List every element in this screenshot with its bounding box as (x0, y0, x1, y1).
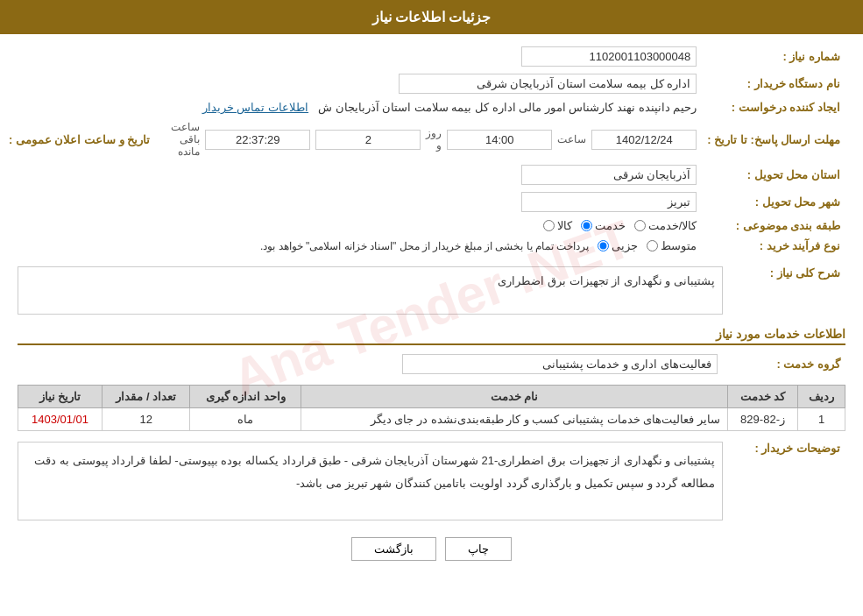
city-label: شهر محل تحویل : (702, 188, 845, 216)
category-goods-label: کالا (557, 219, 572, 232)
creator-link[interactable]: اطلاعات تماس خریدار (202, 101, 308, 114)
service-info-title: اطلاعات خدمات مورد نیاز (18, 327, 845, 345)
service-group-value: فعالیت‌های اداری و خدمات پشتیبانی (18, 350, 723, 378)
province-value: آذربایجان شرقی (0, 161, 702, 188)
cell-name: سایر فعالیت‌های خدمات پشتیبانی کسب و کار… (301, 408, 728, 431)
need-desc-box-container: پشتیبانی و نگهداری از تجهیزات برق اضطرار… (18, 263, 723, 318)
need-number-input: 1102001103000048 (521, 46, 697, 67)
category-service-item: خدمت (581, 219, 626, 232)
announce-date-value: 1402/12/21 - 13:44 (0, 117, 4, 161)
main-content: Ana Tender .NET شماره نیاز : 11020011030… (0, 34, 863, 583)
col-row: ردیف (798, 386, 845, 408)
table-header-row: ردیف کد خدمت نام خدمت واحد اندازه گیری ت… (18, 386, 845, 408)
cell-row: 1 (798, 408, 845, 431)
response-deadline-label: مهلت ارسال پاسخ: تا تاریخ : (702, 117, 845, 161)
category-row: کالا/خدمت خدمت کالا (0, 216, 702, 236)
purchase-partial-radio[interactable] (598, 240, 609, 251)
col-code: کد خدمت (727, 386, 797, 408)
buyer-desc-box-container: پشتیبانی و نگهداری از تجهیزات برق اضطرار… (18, 438, 723, 524)
response-time-label: ساعت (557, 133, 586, 145)
purchase-partial-label: جزیی (612, 239, 638, 252)
need-desc-box: پشتیبانی و نگهداری از تجهیزات برق اضطرار… (18, 266, 723, 315)
purchase-medium-label: متوسط (661, 239, 697, 252)
cell-unit: ماه (190, 408, 301, 431)
creator-value: رحیم دانپنده نهند کارشناس امور مالی ادار… (318, 101, 697, 114)
category-goods-service-item: کالا/خدمت (634, 219, 697, 232)
buyer-org-input: اداره کل بیمه سلامت استان آذربایجان شرقی (399, 74, 697, 94)
city-input: تبریز (521, 192, 697, 212)
category-goods-service-radio[interactable] (634, 220, 646, 231)
cell-date: 1403/01/01 (18, 408, 103, 431)
category-goods-item: کالا (543, 219, 572, 232)
category-service-radio[interactable] (581, 220, 592, 231)
cell-qty: 12 (103, 408, 190, 431)
creator-row: رحیم دانپنده نهند کارشناس امور مالی ادار… (0, 97, 702, 117)
category-goods-radio[interactable] (543, 220, 555, 231)
category-goods-service-label: کالا/خدمت (648, 219, 697, 232)
page-header: جزئیات اطلاعات نیاز (0, 0, 863, 34)
back-button[interactable]: بازگشت (351, 537, 436, 561)
need-number-label: شماره نیاز : (702, 43, 845, 70)
col-name: نام خدمت (301, 386, 728, 408)
category-label: طبقه بندی موضوعی : (702, 216, 845, 236)
cell-code: ز-82-829 (727, 408, 797, 431)
response-date-input: 1402/12/24 (591, 130, 697, 150)
province-label: استان محل تحویل : (702, 161, 845, 188)
service-table: ردیف کد خدمت نام خدمت واحد اندازه گیری ت… (18, 385, 845, 431)
buyer-org-label: نام دستگاه خریدار : (702, 70, 845, 97)
purchase-type-row: متوسط جزیی پرداخت تمام یا بخشی از مبلغ خ… (0, 236, 702, 256)
announce-date-label: تاریخ و ساعت اعلان عمومی : (4, 117, 155, 161)
province-input: آذربایجان شرقی (521, 165, 697, 185)
page-title: جزئیات اطلاعات نیاز (372, 10, 492, 25)
buyer-desc-section: توضیحات خریدار : پشتیبانی و نگهداری از ت… (18, 438, 845, 524)
creator-label: ایجاد کننده درخواست : (702, 97, 845, 117)
service-group-table: گروه خدمت : فعالیت‌های اداری و خدمات پشت… (18, 350, 845, 378)
buyer-org-value: اداره کل بیمه سلامت استان آذربایجان شرقی (0, 70, 702, 97)
need-desc-label: شرح کلی نیاز : (723, 263, 845, 283)
purchase-partial-item: جزیی (598, 239, 638, 252)
page-container: جزئیات اطلاعات نیاز Ana Tender .NET شمار… (0, 0, 863, 616)
response-day-input: 2 (315, 130, 421, 150)
col-qty: تعداد / مقدار (103, 386, 190, 408)
buyer-desc-label: توضیحات خریدار : (723, 438, 845, 458)
print-button[interactable]: چاپ (445, 537, 512, 561)
button-row: چاپ بازگشت (18, 537, 845, 561)
need-number-value: 1102001103000048 (166, 43, 702, 70)
service-group-label: گروه خدمت : (723, 350, 845, 378)
response-countdown-input: 22:37:29 (205, 130, 310, 150)
service-group-input: فعالیت‌های اداری و خدمات پشتیبانی (402, 354, 718, 374)
purchase-medium-item: متوسط (647, 239, 697, 252)
category-service-label: خدمت (595, 219, 626, 232)
response-date-row: 1402/12/24 ساعت 14:00 روز و 2 22:37:29 س… (166, 117, 702, 161)
purchase-type-desc: پرداخت تمام یا بخشی از مبلغ خریدار از مح… (260, 240, 589, 252)
buyer-desc-box: پشتیبانی و نگهداری از تجهیزات برق اضطرار… (18, 442, 723, 520)
city-value: تبریز (0, 188, 702, 216)
countdown-label: ساعت باقی مانده (171, 121, 200, 158)
response-day-label: روز و (426, 127, 442, 152)
col-unit: واحد اندازه گیری (190, 386, 301, 408)
purchase-medium-radio[interactable] (647, 240, 658, 251)
table-row: 1 ز-82-829 سایر فعالیت‌های خدمات پشتیبان… (18, 408, 845, 431)
info-table: شماره نیاز : 1102001103000048 نام دستگاه… (0, 43, 845, 256)
purchase-type-label: نوع فرآیند خرید : (702, 236, 845, 256)
response-time-input: 14:00 (447, 130, 552, 150)
col-date: تاریخ نیاز (18, 386, 103, 408)
need-desc-section: شرح کلی نیاز : پشتیبانی و نگهداری از تجه… (18, 263, 845, 318)
